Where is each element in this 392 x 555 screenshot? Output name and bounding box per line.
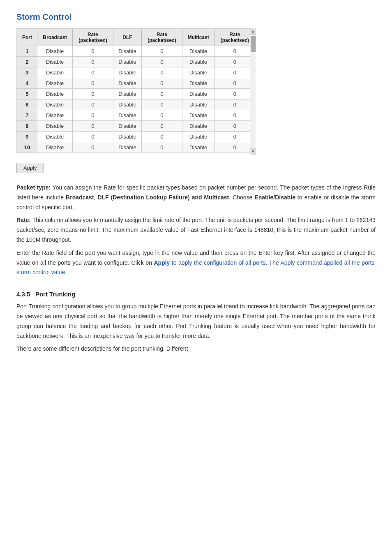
col-port: Port — [17, 29, 37, 46]
col-dlf-rate: Rate(packet/sec) — [142, 29, 182, 46]
cell-broadcast-rate: 0 — [73, 67, 113, 78]
table-scroll-area[interactable]: Port Broadcast Rate(packet/sec) DLF Rate… — [17, 29, 255, 153]
cell-broadcast-rate: 0 — [73, 121, 113, 132]
port-trunking-body: Port Trunking configuration allows you t… — [16, 302, 376, 354]
page-title: Storm Control — [16, 12, 376, 22]
cell-dlf: Disable — [113, 57, 142, 67]
table-row: 9 Disable 0 Disable 0 Disable 0 — [17, 132, 255, 142]
cell-dlf-rate: 0 — [142, 99, 182, 110]
cell-dlf: Disable — [113, 110, 142, 121]
cell-port: 4 — [17, 78, 37, 89]
storm-control-table-wrapper: Port Broadcast Rate(packet/sec) DLF Rate… — [16, 28, 256, 153]
cell-dlf: Disable — [113, 89, 142, 99]
cell-broadcast: Disable — [37, 132, 73, 142]
cell-multicast-rate: 0 — [214, 57, 255, 67]
cell-broadcast: Disable — [37, 57, 73, 67]
cell-multicast: Disable — [182, 67, 214, 78]
cell-broadcast-rate: 0 — [73, 57, 113, 67]
cell-broadcast: Disable — [37, 99, 73, 110]
table-row: 10 Disable 0 Disable 0 Disable 0 — [17, 142, 255, 153]
cell-multicast: Disable — [182, 110, 214, 121]
port-trunking-heading: 4.3.5 Port Trunking — [16, 291, 376, 298]
col-broadcast: Broadcast — [37, 29, 73, 46]
dlf-label: DLF (Destination Lookup Failure) and Mul… — [97, 194, 229, 201]
cell-multicast-rate: 0 — [214, 99, 255, 110]
cell-multicast-rate: 0 — [214, 78, 255, 89]
cell-dlf-rate: 0 — [142, 78, 182, 89]
storm-control-table: Port Broadcast Rate(packet/sec) DLF Rate… — [17, 29, 255, 153]
cell-broadcast-rate: 0 — [73, 89, 113, 99]
scrollbar-track: ▲ ▼ — [250, 28, 256, 155]
cell-port: 5 — [17, 89, 37, 99]
col-broadcast-rate: Rate(packet/sec) — [73, 29, 113, 46]
cell-dlf: Disable — [113, 78, 142, 89]
cell-dlf-rate: 0 — [142, 57, 182, 67]
cell-dlf-rate: 0 — [142, 46, 182, 57]
cell-broadcast-rate: 0 — [73, 78, 113, 89]
table-row: 3 Disable 0 Disable 0 Disable 0 — [17, 67, 255, 78]
table-row: 2 Disable 0 Disable 0 Disable 0 — [17, 57, 255, 67]
cell-multicast-rate: 0 — [214, 89, 255, 99]
section-title: Port Trunking — [35, 291, 76, 298]
cell-dlf: Disable — [113, 142, 142, 153]
cell-multicast-rate: 0 — [214, 132, 255, 142]
port-trunking-text1: Port Trunking configuration allows you t… — [16, 302, 376, 341]
table-row: 8 Disable 0 Disable 0 Disable 0 — [17, 121, 255, 132]
table-row: 5 Disable 0 Disable 0 Disable 0 — [17, 89, 255, 99]
cell-dlf: Disable — [113, 121, 142, 132]
cell-port: 10 — [17, 142, 37, 153]
cell-broadcast: Disable — [37, 78, 73, 89]
cell-multicast-rate: 0 — [214, 121, 255, 132]
cell-broadcast: Disable — [37, 67, 73, 78]
cell-port: 1 — [17, 46, 37, 57]
cell-port: 6 — [17, 99, 37, 110]
cell-dlf: Disable — [113, 132, 142, 142]
cell-broadcast-rate: 0 — [73, 142, 113, 153]
cell-port: 9 — [17, 132, 37, 142]
table-row: 6 Disable 0 Disable 0 Disable 0 — [17, 99, 255, 110]
section-number: 4.3.5 — [16, 291, 30, 298]
scrollbar-down-button[interactable]: ▼ — [250, 148, 256, 155]
cell-broadcast: Disable — [37, 89, 73, 99]
col-multicast: Multicast — [182, 29, 214, 46]
table-row: 1 Disable 0 Disable 0 Disable 0 — [17, 46, 255, 57]
cell-dlf: Disable — [113, 67, 142, 78]
cell-broadcast: Disable — [37, 121, 73, 132]
cell-dlf: Disable — [113, 46, 142, 57]
cell-multicast: Disable — [182, 89, 214, 99]
scrollbar-thumb[interactable] — [251, 36, 256, 52]
cell-multicast-rate: 0 — [214, 46, 255, 57]
cell-dlf-rate: 0 — [142, 121, 182, 132]
cell-port: 3 — [17, 67, 37, 78]
cell-broadcast: Disable — [37, 110, 73, 121]
description-block: Packet type: You can assign the Rate for… — [16, 183, 376, 278]
table-row: 4 Disable 0 Disable 0 Disable 0 — [17, 78, 255, 89]
cell-multicast: Disable — [182, 46, 214, 57]
cell-broadcast-rate: 0 — [73, 132, 113, 142]
cell-dlf: Disable — [113, 99, 142, 110]
col-multicast-rate: Rate(packet/sec) — [214, 29, 255, 46]
port-trunking-text2: There are some different descriptions fo… — [16, 344, 376, 354]
rate-paragraph: Rate: This column allows you to manually… — [16, 215, 376, 245]
table-row: 7 Disable 0 Disable 0 Disable 0 — [17, 110, 255, 121]
cell-dlf-rate: 0 — [142, 132, 182, 142]
rate-text: This column allows you to manually assig… — [16, 217, 376, 243]
scrollbar-up-button[interactable]: ▲ — [250, 28, 256, 35]
cell-multicast-rate: 0 — [214, 67, 255, 78]
rate-label: Rate: — [16, 217, 31, 223]
cell-broadcast-rate: 0 — [73, 110, 113, 121]
cell-multicast-rate: 0 — [214, 110, 255, 121]
enter-paragraph: Enter the Rate field of the port you wan… — [16, 248, 376, 278]
cell-dlf-rate: 0 — [142, 142, 182, 153]
port-trunking-section: 4.3.5 Port Trunking — [16, 291, 376, 298]
cell-port: 8 — [17, 121, 37, 132]
cell-multicast: Disable — [182, 132, 214, 142]
cell-broadcast-rate: 0 — [73, 46, 113, 57]
apply-link[interactable]: Apply — [154, 259, 170, 266]
packet-type-paragraph: Packet type: You can assign the Rate for… — [16, 183, 376, 212]
apply-button[interactable]: Apply — [16, 163, 44, 173]
col-dlf: DLF — [113, 29, 142, 46]
cell-broadcast-rate: 0 — [73, 99, 113, 110]
cell-port: 2 — [17, 57, 37, 67]
cell-port: 7 — [17, 110, 37, 121]
